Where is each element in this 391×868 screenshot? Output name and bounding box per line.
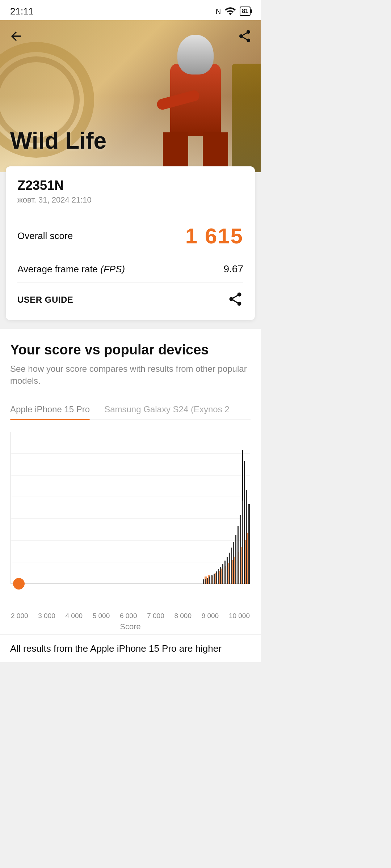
tab-iphone15pro[interactable]: Apple iPhone 15 Pro	[10, 400, 90, 420]
x-axis-labels: 2 000 3 000 4 000 5 000 6 000 7 000 8 00…	[10, 612, 251, 620]
svg-rect-46	[248, 504, 250, 584]
svg-rect-27	[207, 578, 208, 584]
comparison-subtitle: See how your score compares with results…	[10, 363, 251, 387]
svg-rect-42	[240, 515, 241, 584]
back-arrow-icon	[9, 29, 23, 43]
svg-rect-39	[233, 542, 234, 584]
test-date: жовт. 31, 2024 21:10	[17, 195, 243, 205]
share-icon	[227, 291, 243, 307]
status-time: 21:11	[10, 6, 34, 17]
status-icons: N 81	[216, 5, 251, 17]
x-label-4000: 4 000	[65, 612, 83, 620]
device-name: Z2351N	[17, 178, 243, 193]
svg-rect-30	[214, 574, 215, 584]
x-label-10000: 10 000	[229, 612, 250, 620]
wifi-icon	[224, 5, 236, 17]
back-button[interactable]	[7, 27, 25, 45]
svg-rect-36	[227, 557, 228, 584]
chart-svg	[10, 432, 251, 602]
svg-rect-25	[203, 579, 204, 584]
svg-rect-26	[205, 579, 206, 584]
svg-rect-35	[224, 561, 226, 584]
svg-rect-33	[220, 567, 221, 584]
x-label-8000: 8 000	[174, 612, 192, 620]
x-axis-title: Score	[120, 622, 140, 631]
overall-score-value: 1 615	[185, 224, 243, 248]
x-label-9000: 9 000	[202, 612, 219, 620]
comparison-tabs: Apple iPhone 15 Pro Samsung Galaxy S24 (…	[10, 400, 251, 420]
x-label-3000: 3 000	[38, 612, 55, 620]
svg-rect-28	[209, 576, 210, 584]
svg-rect-43	[242, 501, 243, 584]
svg-rect-41	[237, 526, 239, 584]
fps-value: 9.67	[224, 263, 244, 275]
result-card: Z2351N жовт. 31, 2024 21:10 Overall scor…	[6, 166, 255, 320]
bottom-note: All results from the Apple iPhone 15 Pro…	[0, 634, 261, 662]
svg-rect-44	[244, 461, 245, 584]
nfc-icon: N	[216, 7, 221, 16]
x-label-6000: 6 000	[120, 612, 137, 620]
battery-indicator: 81	[240, 7, 251, 16]
fps-label: Average frame rate (FPS)	[17, 264, 125, 275]
score-chart: 2 000 3 000 4 000 5 000 6 000 7 000 8 00…	[10, 432, 251, 620]
svg-rect-31	[216, 571, 217, 584]
svg-rect-45	[246, 490, 247, 584]
overall-score-row: Overall score 1 615	[17, 216, 243, 256]
x-label-7000: 7 000	[147, 612, 164, 620]
fps-row: Average frame rate (FPS) 9.67	[17, 256, 243, 282]
hero-share-button[interactable]	[236, 27, 253, 45]
user-guide-row: USER GUIDE	[17, 282, 243, 310]
svg-rect-37	[229, 553, 230, 584]
overall-score-label: Overall score	[17, 230, 73, 242]
svg-rect-32	[218, 569, 219, 584]
svg-rect-40	[235, 535, 236, 584]
status-bar: 21:11 N 81	[0, 0, 261, 20]
x-label-2000: 2 000	[11, 612, 28, 620]
user-guide-label: USER GUIDE	[17, 295, 73, 305]
x-label-5000: 5 000	[93, 612, 110, 620]
hero-title: Wild Life	[10, 127, 106, 154]
hero-banner: Wild Life	[0, 20, 261, 172]
comparison-section: Your score vs popular devices See how yo…	[0, 329, 261, 634]
user-guide-share-button[interactable]	[227, 291, 243, 309]
comparison-title: Your score vs popular devices	[10, 342, 251, 358]
share-icon	[237, 29, 252, 43]
tab-samsung-s24[interactable]: Samsung Galaxy S24 (Exynos 2	[104, 400, 230, 420]
svg-rect-29	[211, 575, 213, 584]
svg-point-9	[13, 578, 25, 590]
svg-rect-38	[231, 548, 232, 584]
svg-rect-34	[222, 564, 223, 584]
